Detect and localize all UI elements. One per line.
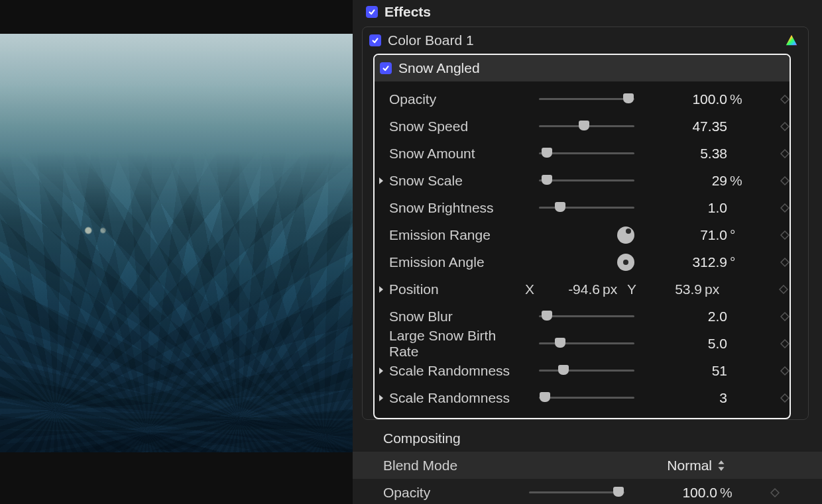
- param-value[interactable]: 29: [641, 173, 727, 189]
- param-position: PositionX-94.6pxY53.9px: [375, 276, 790, 303]
- position-x-unit: px: [600, 281, 625, 297]
- stepper-icon[interactable]: [717, 460, 725, 472]
- svg-marker-0: [786, 35, 797, 46]
- preview-frame: [0, 34, 368, 452]
- effects-list: Color Board 1: [362, 26, 809, 420]
- keyframe-icon[interactable]: [748, 281, 788, 297]
- em-range-dial[interactable]: [617, 227, 634, 244]
- param-value[interactable]: 2.0: [641, 309, 727, 325]
- disclosure-icon[interactable]: [377, 176, 385, 185]
- param-unit: %: [727, 173, 750, 189]
- effect-checkbox[interactable]: [380, 62, 392, 74]
- param-value[interactable]: 312.9: [641, 254, 727, 270]
- param-unit: %: [727, 91, 750, 107]
- param-label: Snow Brightness: [389, 200, 528, 216]
- param-value[interactable]: 1.0: [641, 200, 727, 216]
- param-unit: °: [727, 254, 750, 270]
- param-value[interactable]: 3: [641, 390, 727, 406]
- param-em-angle: Emission Angle312.9°: [375, 248, 790, 276]
- param-value[interactable]: 5.0: [641, 336, 727, 352]
- param-snow-amount: Snow Amount5.38: [375, 140, 790, 167]
- param-value[interactable]: 71.0: [641, 227, 727, 243]
- opacity-slider[interactable]: [539, 98, 634, 100]
- effects-checkbox[interactable]: [366, 6, 378, 18]
- param-value[interactable]: 47.35: [641, 119, 727, 134]
- param-scale-rand2: Scale Randomness3: [375, 384, 790, 411]
- param-label: Snow Scale: [389, 173, 528, 189]
- param-lsbr: Large Snow Birth Rate5.0: [375, 330, 790, 357]
- effect-header[interactable]: Snow Angled: [375, 55, 790, 81]
- param-snow-scale: Snow Scale29%: [375, 167, 790, 194]
- blend-mode-value: Normal: [667, 458, 712, 474]
- param-unit: °: [727, 227, 750, 243]
- effect-checkbox[interactable]: [369, 34, 381, 46]
- param-label: Snow Amount: [389, 146, 528, 162]
- snow-bright-slider[interactable]: [539, 207, 634, 209]
- snow-blur-slider[interactable]: [539, 315, 634, 317]
- keyframe-icon[interactable]: [750, 173, 790, 189]
- param-snow-speed: Snow Speed47.35: [375, 113, 790, 140]
- param-label: Blend Mode: [383, 458, 457, 474]
- param-label: Opacity: [389, 91, 528, 107]
- param-label: Opacity: [383, 485, 518, 501]
- section-effects: Effects: [353, 0, 822, 24]
- param-scale-rand1: Scale Randomness51: [375, 357, 790, 384]
- effect-snow-angled-selected: Snow Angled Opacity100.0%Snow Speed47.35…: [373, 54, 791, 419]
- param-label: Snow Speed: [389, 119, 528, 134]
- param-label: Scale Randomness: [389, 390, 528, 406]
- param-label: Snow Blur: [389, 309, 528, 325]
- keyframe-icon[interactable]: [750, 336, 790, 352]
- em-angle-dial[interactable]: [617, 254, 634, 271]
- param-value[interactable]: 100.0: [641, 91, 727, 107]
- snow-scale-slider[interactable]: [539, 179, 634, 181]
- disclosure-icon[interactable]: [377, 393, 385, 403]
- opacity-slider[interactable]: [529, 491, 624, 493]
- keyframe-icon[interactable]: [750, 363, 790, 379]
- keyframe-icon[interactable]: [750, 200, 790, 216]
- param-value[interactable]: 100.0: [631, 485, 717, 501]
- param-value[interactable]: 51: [641, 363, 727, 379]
- keyframe-icon[interactable]: [750, 309, 790, 325]
- param-opacity: Opacity100.0%: [375, 85, 790, 113]
- param-label: Position: [389, 281, 528, 297]
- snow-amount-slider[interactable]: [539, 152, 634, 154]
- disclosure-icon[interactable]: [377, 285, 385, 294]
- keyframe-icon[interactable]: [750, 119, 790, 134]
- parameter-list: Opacity100.0%Snow Speed47.35Snow Amount5…: [375, 81, 790, 418]
- scale-rand2-slider[interactable]: [539, 397, 634, 399]
- snow-speed-slider[interactable]: [539, 125, 634, 127]
- inspector-panel: Effects Color Board 1: [353, 0, 822, 504]
- axis-x-label: X: [523, 281, 536, 297]
- param-value[interactable]: 5.38: [641, 146, 727, 162]
- param-label: Large Snow Birth Rate: [389, 328, 528, 360]
- param-label: Emission Range: [389, 227, 528, 243]
- param-snow-bright: Snow Brightness1.0: [375, 194, 790, 221]
- keyframe-icon[interactable]: [740, 485, 780, 501]
- position-y-unit: px: [702, 281, 727, 297]
- param-em-range: Emission Range71.0°: [375, 221, 790, 248]
- param-label: Emission Angle: [389, 254, 528, 270]
- position-x-value[interactable]: -94.6: [536, 281, 600, 297]
- keyframe-icon[interactable]: [750, 146, 790, 162]
- disclosure-icon[interactable]: [377, 366, 385, 376]
- position-fields: X-94.6pxY53.9px: [523, 281, 748, 297]
- keyframe-icon[interactable]: [750, 227, 790, 243]
- effect-label: Color Board 1: [388, 32, 474, 48]
- param-label: Scale Randomness: [389, 363, 528, 379]
- param-unit: %: [717, 485, 740, 501]
- scale-rand1-slider[interactable]: [539, 370, 634, 372]
- keyframe-icon[interactable]: [750, 91, 790, 107]
- lsbr-slider[interactable]: [539, 342, 634, 344]
- section-title: Compositing: [383, 430, 805, 446]
- keyframe-icon[interactable]: [750, 390, 790, 406]
- keyframe-icon[interactable]: [750, 254, 790, 270]
- param-snow-blur: Snow Blur2.0: [375, 303, 790, 330]
- section-title: Effects: [384, 4, 431, 20]
- blend-mode-row[interactable]: Blend Mode Normal: [353, 452, 822, 479]
- effect-color-board[interactable]: Color Board 1: [363, 27, 808, 54]
- effect-label: Snow Angled: [398, 60, 480, 76]
- position-y-value[interactable]: 53.9: [638, 281, 702, 297]
- video-viewer: [0, 0, 353, 504]
- color-wheel-icon[interactable]: [784, 33, 799, 48]
- axis-y-label: Y: [625, 281, 638, 297]
